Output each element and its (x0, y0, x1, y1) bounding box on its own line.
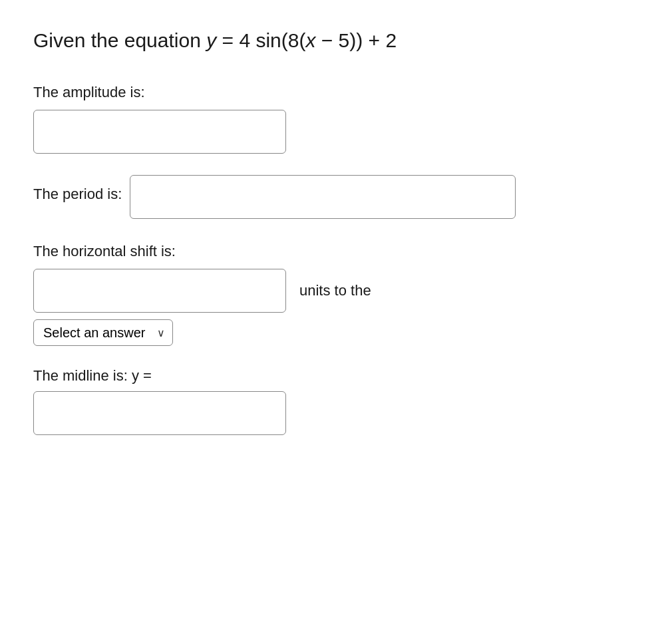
period-label: The period is: (33, 183, 122, 205)
direction-select-wrapper: Select an answer Left Right (33, 319, 173, 346)
period-input[interactable] (130, 175, 516, 219)
amplitude-section: The amplitude is: (33, 81, 639, 154)
equation-display: Given the equation y = 4 sin(8(x − 5)) +… (33, 27, 639, 55)
units-text: units to the (299, 282, 371, 299)
horizontal-shift-input[interactable] (33, 269, 286, 313)
amplitude-label: The amplitude is: (33, 81, 639, 103)
horizontal-shift-label: The horizontal shift is: (33, 240, 639, 262)
equation-prefix: Given the equation (33, 29, 206, 51)
midline-input[interactable] (33, 391, 286, 435)
equation-math: y = 4 sin(8(x − 5)) + 2 (206, 29, 397, 51)
amplitude-input[interactable] (33, 110, 286, 154)
midline-section: The midline is: y = (33, 367, 639, 435)
period-section: The period is: (33, 175, 639, 219)
direction-select[interactable]: Select an answer Left Right (33, 319, 173, 346)
midline-label: The midline is: y = (33, 367, 639, 385)
horizontal-shift-section: The horizontal shift is: units to the Se… (33, 240, 639, 346)
